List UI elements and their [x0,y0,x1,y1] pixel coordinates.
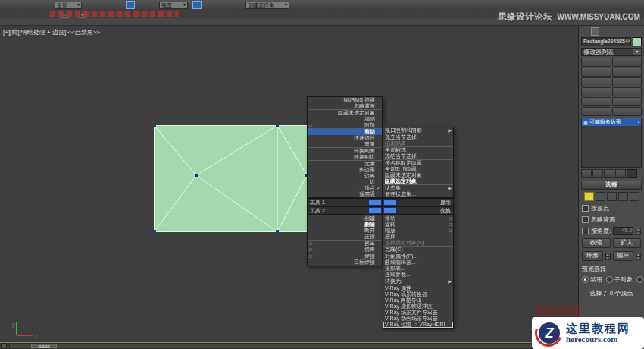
element-subobject-icon[interactable] [630,192,639,201]
modifier-stack[interactable]: ▦ 可编辑多边形 ▪ [581,118,642,168]
window-crossing-icon[interactable] [116,1,125,9]
quad-menu-item[interactable]: 选择类似对象(S) [383,240,453,246]
make-unique-icon[interactable] [604,169,614,178]
preview-selection-radio[interactable]: 子对象 [606,275,633,284]
material-editor-icon[interactable] [353,1,362,9]
edge-subobject-icon[interactable] [596,192,605,201]
by-angle-checkbox[interactable] [582,228,589,234]
quad-menu-item[interactable]: 忽略背面 [308,103,382,109]
quad-menu-item[interactable]: V-Ray 网格导出 [383,297,453,303]
quad-menu-item[interactable]: 重复 [308,141,382,147]
spinner-arrows[interactable]: ▲▼ [605,253,611,259]
modifier-preset-button[interactable] [581,68,611,77]
mirror-icon[interactable] [294,1,303,9]
quad-menu-item[interactable]: 曲线编辑器... [383,259,453,266]
remove-modifier-icon[interactable] [615,169,626,178]
quad-menu-item[interactable]: V-Ray 场景文件导出器 [383,310,453,316]
reference-coordinate-dropdown[interactable]: 视图 ▾ [159,2,188,9]
quad-menu-item[interactable]: V-Ray 位图 -> VRayHDRI 转换器 [383,322,453,328]
modifier-preset-button[interactable] [612,97,642,106]
border-subobject-icon[interactable] [607,192,617,201]
quad-menu-item[interactable]: 塌陷 [308,116,382,122]
unlink-icon[interactable] [31,1,40,9]
editable-poly-object[interactable] [154,125,311,233]
scale-icon[interactable] [145,1,155,9]
quad-menu-item[interactable]: 隐藏未选定对象 [383,172,453,178]
preview-selection-radio[interactable]: 禁用 [582,275,602,284]
ribbon-tab-populate[interactable] [45,14,50,14]
snap-3d-icon[interactable] [192,1,202,9]
shrink-button[interactable]: 收缩 [582,238,611,248]
chevron-down-icon[interactable]: ▾ [633,48,642,56]
quad-menu-item[interactable]: □ 焊接 [308,253,382,259]
graphite-toggle-icon[interactable] [324,1,333,9]
quad-menu-item[interactable]: 边 [308,179,382,185]
quad-menu-item[interactable]: 结束隔离 [383,140,453,146]
layer-manager-icon[interactable] [314,1,323,9]
quad-menu-item[interactable]: 元素 [308,160,382,167]
quad-menu-item[interactable]: □ 切角 [308,247,382,253]
bind-spacewarp-icon[interactable] [41,1,50,9]
quad-menu-item[interactable]: □ 挤出 [308,240,382,247]
quad-menu-item[interactable]: 选择 [383,234,453,240]
move-icon[interactable] [126,1,135,9]
quad-square-icon[interactable] [368,207,382,214]
render-setup-icon[interactable] [363,1,372,9]
quad-menu-item[interactable]: V-Ray 动画场景导出器 [383,316,453,322]
selection-filter-dropdown[interactable]: 全部 ▾ [55,2,82,9]
quad-menu-item[interactable]: 目标焊接 [308,259,382,266]
settings-box-icon[interactable]: □ [309,122,314,128]
quad-menu-item[interactable]: 顶点 ✓ [308,185,382,191]
spinner-arrows[interactable]: ▲▼ [636,228,641,234]
ribbon-flyout-icon[interactable]: ▾ [79,11,86,18]
modifier-preset-button[interactable] [612,77,642,86]
time-slider-track[interactable]: 0/100 [9,343,574,349]
modifier-preset-button[interactable] [581,107,611,116]
select-object-icon[interactable] [86,1,95,9]
modifier-preset-button[interactable] [581,77,611,86]
select-by-name-icon[interactable] [96,1,105,9]
spinner-snap-icon[interactable] [222,1,231,9]
settings-box-icon[interactable]: □ [309,241,314,247]
ribbon-tab-object-paint[interactable] [36,14,40,14]
pin-stack-icon[interactable] [581,169,592,178]
modifier-preset-button[interactable] [612,68,642,77]
quad-menu-item[interactable]: 转换到边 [308,154,382,160]
quad-menu-item[interactable]: V-Ray 场景转换器 [383,291,453,297]
by-vertex-checkbox[interactable] [582,205,589,212]
rendered-frame-icon[interactable] [373,1,382,9]
quad-menu-item[interactable]: 隐藏未选定对象 [308,109,382,116]
quad-square-icon[interactable] [383,207,397,214]
preview-selection-radio[interactable]: 多个 [636,275,644,284]
loop-button[interactable]: 循环 [613,251,634,261]
quad-menu-item[interactable]: 删除 [308,222,382,228]
angle-snap-icon[interactable] [202,1,211,9]
quad-menu-item[interactable]: 旋转 □ [383,222,453,228]
motion-tab-icon[interactable] [611,27,619,36]
modifier-preset-button[interactable] [612,58,642,67]
redo-icon[interactable] [11,1,20,9]
quad-menu-item[interactable]: 转换为: ▶ [383,278,453,285]
quad-menu-item[interactable]: 移动 □ [383,215,453,222]
ignore-backfacing-checkbox[interactable] [582,216,589,223]
quad-menu-item[interactable]: 状态集 ▶ [383,184,453,191]
quad-menu-item[interactable]: 全部取消隐藏 [383,166,453,172]
quad-menu-item[interactable]: 对象属性(P)... [383,253,453,259]
quad-menu-item[interactable]: 隐藏选定对象 [383,178,453,184]
quad-menu-item[interactable]: 克隆(C) [383,246,453,253]
quad-menu-item[interactable]: □ 附加 [308,122,382,128]
quad-menu-item[interactable]: 连线参数... [383,272,453,278]
vertex-subobject-icon[interactable] [584,192,594,201]
ring-button[interactable]: 环形 [582,251,603,261]
spinner-arrows[interactable]: ▲▼ [636,253,641,259]
polygon-subobject-icon[interactable] [618,192,628,201]
modifier-preset-button[interactable] [612,87,642,96]
quad-menu-item[interactable]: 转换到面 [308,147,382,154]
undo-icon[interactable] [2,1,11,9]
display-tab-icon[interactable] [621,27,629,36]
quad-menu-item[interactable]: V-Ray 虚拟帧缓冲区 [383,303,453,310]
rotate-icon[interactable] [136,1,145,9]
configure-modifier-sets-icon[interactable] [627,169,637,178]
stack-item-editable-poly[interactable]: ▦ 可编辑多边形 ▪ [582,118,641,126]
select-link-icon[interactable] [21,1,30,9]
